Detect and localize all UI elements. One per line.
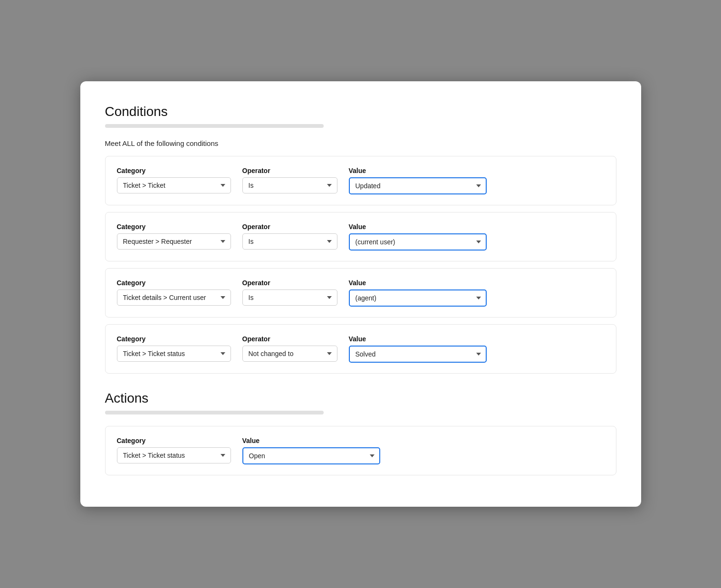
operator-label-3: Operator [242, 279, 337, 287]
operator-select-wrapper-2: Is [242, 233, 337, 250]
action-category-select-wrapper-1: Ticket > Ticket status [117, 447, 231, 463]
field-group-category-2: Category Requester > Requester [117, 223, 231, 250]
conditions-section: Conditions Meet ALL of the following con… [105, 104, 616, 374]
operator-label-4: Operator [242, 335, 337, 343]
actions-section: Actions Category Ticket > Ticket status … [105, 391, 616, 475]
value-label-1: Value [349, 167, 487, 174]
value-select-wrapper-1: Updated [349, 177, 487, 194]
action-category-select-1[interactable]: Ticket > Ticket status [117, 447, 231, 463]
condition-row-2: Category Requester > Requester Operator … [105, 212, 616, 261]
category-select-2[interactable]: Requester > Requester [117, 233, 231, 250]
field-group-category-4: Category Ticket > Ticket status [117, 335, 231, 362]
category-select-1[interactable]: Ticket > Ticket [117, 177, 231, 193]
category-select-4[interactable]: Ticket > Ticket status [117, 346, 231, 362]
action-category-label-1: Category [117, 437, 231, 444]
actions-divider [105, 411, 324, 414]
operator-label-2: Operator [242, 223, 337, 231]
field-group-value-2: Value (current user) [349, 223, 487, 251]
category-select-wrapper-2: Requester > Requester [117, 233, 231, 250]
category-select-wrapper-1: Ticket > Ticket [117, 177, 231, 193]
category-select-wrapper-4: Ticket > Ticket status [117, 346, 231, 362]
value-label-4: Value [349, 335, 487, 343]
actions-title: Actions [105, 391, 616, 406]
operator-select-4[interactable]: Not changed to [242, 346, 337, 362]
value-label-2: Value [349, 223, 487, 231]
main-window: Conditions Meet ALL of the following con… [80, 81, 641, 507]
field-group-operator-3: Operator Is [242, 279, 337, 306]
value-label-3: Value [349, 279, 487, 287]
action-value-select-1[interactable]: Open [242, 447, 380, 464]
conditions-subtitle: Meet ALL of the following conditions [105, 139, 616, 147]
conditions-divider [105, 124, 324, 128]
condition-row-3: Category Ticket details > Current user O… [105, 268, 616, 318]
action-value-select-wrapper-1: Open [242, 447, 380, 464]
category-label-1: Category [117, 167, 231, 174]
category-select-3[interactable]: Ticket details > Current user [117, 289, 231, 306]
operator-label-1: Operator [242, 167, 337, 174]
field-group-value-1: Value Updated [349, 167, 487, 194]
field-group-operator-1: Operator Is [242, 167, 337, 193]
action-value-label-1: Value [242, 437, 380, 444]
category-label-2: Category [117, 223, 231, 231]
value-select-4[interactable]: Solved [349, 346, 487, 363]
condition-row-1: Category Ticket > Ticket Operator Is [105, 156, 616, 205]
condition-row-4: Category Ticket > Ticket status Operator… [105, 324, 616, 374]
operator-select-1[interactable]: Is [242, 177, 337, 193]
field-group-action-value-1: Value Open [242, 437, 380, 464]
field-group-category-1: Category Ticket > Ticket [117, 167, 231, 193]
operator-select-wrapper-4: Not changed to [242, 346, 337, 362]
operator-select-wrapper-1: Is [242, 177, 337, 193]
value-select-1[interactable]: Updated [349, 177, 487, 194]
value-select-wrapper-3: (agent) [349, 289, 487, 307]
operator-select-3[interactable]: Is [242, 289, 337, 306]
field-group-operator-4: Operator Not changed to [242, 335, 337, 362]
field-group-action-category-1: Category Ticket > Ticket status [117, 437, 231, 463]
action-row-1: Category Ticket > Ticket status Value Op… [105, 426, 616, 475]
value-select-3[interactable]: (agent) [349, 289, 487, 307]
field-group-operator-2: Operator Is [242, 223, 337, 250]
conditions-title: Conditions [105, 104, 616, 119]
field-group-category-3: Category Ticket details > Current user [117, 279, 231, 306]
operator-select-2[interactable]: Is [242, 233, 337, 250]
value-select-wrapper-2: (current user) [349, 233, 487, 251]
category-label-4: Category [117, 335, 231, 343]
operator-select-wrapper-3: Is [242, 289, 337, 306]
value-select-wrapper-4: Solved [349, 346, 487, 363]
field-group-value-3: Value (agent) [349, 279, 487, 307]
category-label-3: Category [117, 279, 231, 287]
value-select-2[interactable]: (current user) [349, 233, 487, 251]
field-group-value-4: Value Solved [349, 335, 487, 363]
category-select-wrapper-3: Ticket details > Current user [117, 289, 231, 306]
